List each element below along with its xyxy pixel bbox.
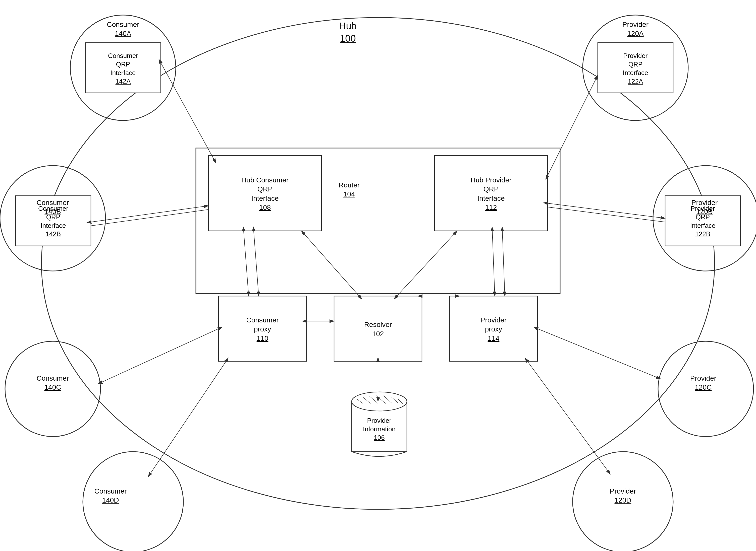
svg-line-33 [244, 231, 249, 296]
hub-label: Hub 100 [339, 20, 357, 45]
provider-proxy-114: Providerproxy114 [450, 297, 537, 361]
hub-consumer-qrp-interface-108: Hub ConsumerQRPInterface108 [209, 157, 321, 231]
consumer-140a: Consumer 140A [95, 20, 151, 38]
svg-line-47 [537, 329, 661, 379]
svg-line-36 [148, 361, 226, 477]
svg-line-32 [91, 209, 209, 226]
svg-line-37 [301, 231, 359, 296]
svg-line-43 [502, 231, 505, 296]
provider-120d: Provider 120D [593, 487, 653, 505]
consumer-proxy-110: Consumerproxy110 [219, 297, 306, 361]
consumer-qrp-interface-142a: ConsumerQRPInterface142A [85, 45, 161, 93]
architecture-diagram: Hub 100 Consumer 140A ConsumerQRPInterfa… [0, 0, 756, 551]
svg-line-38 [397, 231, 457, 296]
router-104: Router 104 [324, 181, 374, 199]
hub-provider-qrp-interface-112: Hub ProviderQRPInterface112 [435, 157, 547, 231]
resolver-102: Resolver102 [334, 297, 422, 361]
svg-line-30 [161, 63, 216, 163]
provider-120a: Provider 120A [605, 20, 666, 38]
provider-information-106: ProviderInformation106 [349, 417, 410, 442]
consumer-140c: Consumer 140C [15, 374, 90, 392]
svg-line-44 [547, 75, 598, 176]
svg-line-42 [492, 231, 495, 296]
svg-line-35 [98, 329, 219, 384]
consumer-140d: Consumer 140D [83, 487, 138, 505]
svg-line-46 [547, 207, 665, 222]
svg-line-48 [527, 361, 610, 474]
consumer-qrp-interface-142b: ConsumerQRPInterface142B [16, 197, 91, 246]
svg-line-45 [547, 203, 665, 218]
provider-120c: Provider 120C [666, 374, 741, 392]
svg-line-31 [91, 206, 209, 222]
provider-qrp-interface-122b: ProviderQRPInterface122B [665, 197, 740, 246]
svg-line-34 [254, 231, 259, 296]
provider-qrp-interface-122a: ProviderQRPInterface122A [598, 45, 673, 93]
